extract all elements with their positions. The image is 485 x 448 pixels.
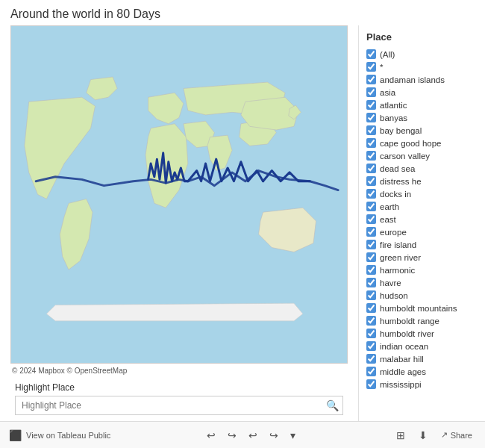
place-checkbox-east[interactable] <box>366 214 376 224</box>
place-label-bay_bengal[interactable]: bay bengal <box>380 126 422 135</box>
place-checkbox-green_river[interactable] <box>366 252 376 262</box>
list-item: asia <box>366 87 478 98</box>
place-checkbox-hudson[interactable] <box>366 290 376 300</box>
page-title: Around the world in 80 Days <box>10 7 160 20</box>
place-label-distress_he[interactable]: distress he <box>380 177 422 186</box>
list-item: dead sea <box>366 163 478 174</box>
place-checkbox-star[interactable] <box>366 62 376 72</box>
place-label-all[interactable]: (All) <box>380 50 395 59</box>
place-checkbox-atlantic[interactable] <box>366 100 376 110</box>
place-checkbox-europe[interactable] <box>366 227 376 237</box>
undo-button[interactable]: ↩ <box>204 428 219 443</box>
right-panel[interactable]: Place (All)*andaman islandsasiaatlanticb… <box>358 25 485 421</box>
layout-button[interactable]: ⊞ <box>392 428 409 443</box>
highlight-input[interactable] <box>15 396 343 415</box>
tableau-link[interactable]: View on Tableau Public <box>26 431 110 440</box>
place-label-harmonic[interactable]: harmonic <box>380 266 415 275</box>
search-icon-button[interactable]: 🔍 <box>326 399 339 411</box>
highlight-label: Highlight Place <box>15 382 343 393</box>
place-label-humboldt_river[interactable]: humboldt river <box>380 329 434 338</box>
place-label-hudson[interactable]: hudson <box>380 291 408 300</box>
list-item: bay bengal <box>366 125 478 136</box>
redo-button[interactable]: ↪ <box>225 428 240 443</box>
place-checkbox-humboldt_river[interactable] <box>366 329 376 338</box>
place-label-cape_good_hope[interactable]: cape good hope <box>380 139 442 148</box>
share-label: Share <box>451 431 472 440</box>
list-item: green river <box>366 252 478 263</box>
place-checkbox-carson_valley[interactable] <box>366 151 376 161</box>
share-button[interactable]: ↗ Share <box>437 429 476 441</box>
back-button[interactable]: ↩ <box>245 428 260 443</box>
list-item: docks in <box>366 188 478 199</box>
place-label-malabar_hill[interactable]: malabar hill <box>380 355 424 364</box>
place-checkbox-harmonic[interactable] <box>366 265 376 275</box>
place-checkbox-cape_good_hope[interactable] <box>366 138 376 148</box>
checkbox-list: (All)*andaman islandsasiaatlanticbanyasb… <box>366 49 478 390</box>
place-label-asia[interactable]: asia <box>380 88 395 97</box>
list-item: harmonic <box>366 264 478 276</box>
forward-button[interactable]: ↪ <box>266 428 281 443</box>
place-checkbox-indian_ocean[interactable] <box>366 341 376 351</box>
tableau-icon: ⬛ <box>9 429 22 441</box>
place-checkbox-docks_in[interactable] <box>366 189 376 199</box>
place-label-havre[interactable]: havre <box>380 279 401 287</box>
search-icon: 🔍 <box>326 399 339 411</box>
place-label-star[interactable]: * <box>380 63 383 72</box>
place-label-atlantic[interactable]: atlantic <box>380 101 407 110</box>
list-item: middle ages <box>366 366 478 377</box>
place-checkbox-middle_ages[interactable] <box>366 367 376 376</box>
list-item: malabar hill <box>366 353 478 364</box>
place-checkbox-havre[interactable] <box>366 278 376 287</box>
place-label-europe[interactable]: europe <box>380 228 407 237</box>
place-checkbox-bay_bengal[interactable] <box>366 125 376 135</box>
list-item: humboldt river <box>366 328 478 339</box>
list-item: earth <box>366 201 478 212</box>
place-checkbox-asia[interactable] <box>366 87 376 97</box>
place-checkbox-earth[interactable] <box>366 202 376 211</box>
highlight-section: Highlight Place 🔍 <box>7 378 351 421</box>
map-wrapper <box>10 25 348 364</box>
place-checkbox-all[interactable] <box>366 49 376 59</box>
place-checkbox-fire_island[interactable] <box>366 240 376 249</box>
place-filter-label: Place <box>366 31 478 43</box>
place-label-docks_in[interactable]: docks in <box>380 190 411 199</box>
list-item: fire island <box>366 239 478 250</box>
place-checkbox-andaman_islands[interactable] <box>366 75 376 84</box>
map-visualization <box>11 26 347 363</box>
place-label-middle_ages[interactable]: middle ages <box>380 367 426 376</box>
place-label-fire_island[interactable]: fire island <box>380 240 416 249</box>
list-item: * <box>366 61 478 72</box>
place-checkbox-humboldt_range[interactable] <box>366 316 376 326</box>
list-item: distress he <box>366 175 478 187</box>
download-button[interactable]: ⬇ <box>415 428 431 443</box>
list-item: havre <box>366 277 478 288</box>
place-label-banyas[interactable]: banyas <box>380 113 407 122</box>
place-checkbox-malabar_hill[interactable] <box>366 354 376 364</box>
bottom-bar: ⬛ View on Tableau Public ↩ ↪ ↩ ↪ ▾ ⊞ ⬇ ↗… <box>0 421 485 448</box>
place-checkbox-distress_he[interactable] <box>366 176 376 186</box>
place-label-indian_ocean[interactable]: indian ocean <box>380 342 428 351</box>
list-item: cape good hope <box>366 137 478 149</box>
list-item: carson valley <box>366 150 478 161</box>
place-label-dead_sea[interactable]: dead sea <box>380 164 415 173</box>
nav-dropdown-button[interactable]: ▾ <box>287 428 298 443</box>
list-item: humboldt range <box>366 315 478 326</box>
list-item: andaman islands <box>366 74 478 85</box>
place-label-east[interactable]: east <box>380 215 396 224</box>
place-checkbox-humboldt_mountains[interactable] <box>366 303 376 313</box>
list-item: hudson <box>366 290 478 301</box>
place-label-green_river[interactable]: green river <box>380 253 421 262</box>
list-item: indian ocean <box>366 340 478 352</box>
place-checkbox-mississippi[interactable] <box>366 379 376 389</box>
place-checkbox-banyas[interactable] <box>366 113 376 122</box>
list-item: europe <box>366 226 478 237</box>
list-item: mississippi <box>366 379 478 390</box>
place-label-andaman_islands[interactable]: andaman islands <box>380 75 445 84</box>
place-label-earth[interactable]: earth <box>380 202 399 211</box>
place-label-humboldt_range[interactable]: humboldt range <box>380 317 439 326</box>
place-checkbox-dead_sea[interactable] <box>366 164 376 173</box>
share-icon: ↗ <box>441 430 448 440</box>
place-label-carson_valley[interactable]: carson valley <box>380 152 430 161</box>
place-label-mississippi[interactable]: mississippi <box>380 380 422 389</box>
place-label-humboldt_mountains[interactable]: humboldt mountains <box>380 304 457 313</box>
